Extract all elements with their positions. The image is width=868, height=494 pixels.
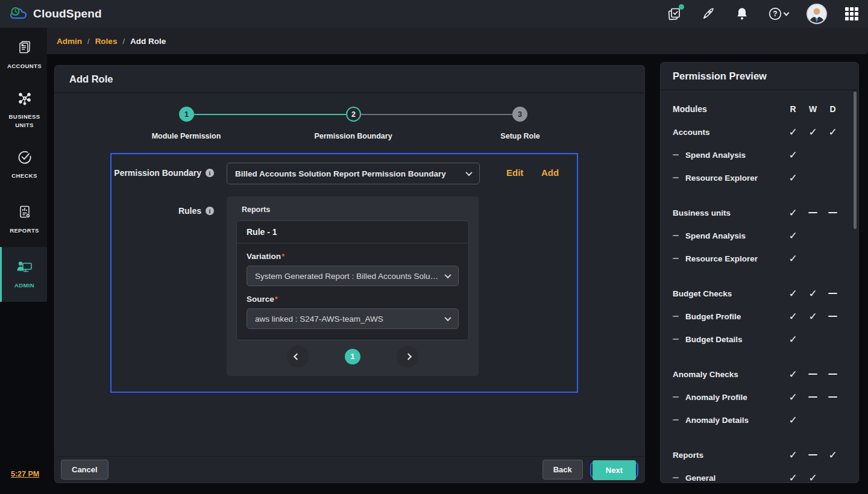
breadcrumb-current: Add Role bbox=[130, 37, 166, 46]
source-select[interactable]: aws linked : S247-AWS-team_AWS bbox=[247, 308, 459, 329]
permission-boundary-label: Permission Boundary i bbox=[112, 168, 214, 178]
permission-row: Budget Details✓ bbox=[673, 328, 843, 351]
sidebar-nav: ACCOUNTS BUSINESS UNITS CHECKS bbox=[0, 28, 47, 302]
sidebar-item-reports[interactable]: REPORTS bbox=[0, 192, 47, 247]
stepper-connector-todo bbox=[361, 114, 512, 115]
read-column-header: R bbox=[783, 104, 803, 114]
permission-row: Anomaly Profile✓ bbox=[673, 386, 843, 408]
apps-grid-icon[interactable] bbox=[845, 7, 858, 20]
check-icon: ✓ bbox=[783, 449, 803, 461]
dash-icon bbox=[828, 374, 837, 375]
edit-link[interactable]: Edit bbox=[506, 167, 523, 178]
check-icon: ✓ bbox=[823, 449, 843, 461]
notification-dot bbox=[679, 4, 684, 10]
page-number[interactable]: 1 bbox=[345, 349, 360, 364]
rules-card: Reports Rule - 1 Variation* System Gener… bbox=[227, 196, 479, 376]
sidebar-item-label: ACCOUNTS bbox=[4, 62, 45, 70]
chevron-down-icon bbox=[444, 272, 451, 278]
next-button[interactable]: Next bbox=[593, 460, 636, 480]
permission-row: Budget Checks✓✓ bbox=[673, 282, 843, 305]
check-icon: ✓ bbox=[783, 126, 803, 139]
check-icon: ✓ bbox=[823, 126, 843, 139]
variation-label: Variation* bbox=[247, 252, 459, 261]
user-avatar[interactable] bbox=[807, 4, 827, 24]
permission-row: Spend Analysis✓ bbox=[673, 224, 843, 247]
sidebar-item-accounts[interactable]: ACCOUNTS bbox=[0, 28, 47, 83]
step-3-circle[interactable]: 3 bbox=[512, 107, 527, 122]
permission-row: Resource Explorer✓ bbox=[673, 247, 843, 270]
sidebar-item-admin[interactable]: ADMIN bbox=[0, 247, 47, 302]
dash-cell bbox=[803, 454, 823, 456]
sidebar-item-checks[interactable]: CHECKS bbox=[0, 137, 47, 192]
permission-boundary-section: Permission Boundary i Billed Accounts So… bbox=[110, 153, 578, 393]
add-link[interactable]: Add bbox=[541, 167, 559, 178]
permission-row: Business units✓ bbox=[673, 201, 843, 224]
dash-icon bbox=[828, 212, 837, 214]
sub-item-dash-icon bbox=[673, 339, 679, 340]
dash-cell bbox=[823, 374, 843, 375]
bell-icon[interactable] bbox=[734, 6, 750, 22]
cloudspend-logo-icon bbox=[10, 6, 28, 22]
breadcrumb-admin[interactable]: Admin bbox=[57, 37, 82, 46]
info-icon[interactable]: i bbox=[206, 207, 214, 215]
dash-cell bbox=[803, 374, 823, 375]
sidebar-item-business-units[interactable]: BUSINESS UNITS bbox=[0, 83, 47, 137]
permission-row-label: Resource Explorer bbox=[673, 174, 783, 183]
dash-icon bbox=[808, 212, 817, 214]
sub-item-dash-icon bbox=[673, 316, 679, 317]
step-1-circle[interactable]: 1 bbox=[179, 107, 194, 122]
sidebar-item-label: ADMIN bbox=[4, 281, 45, 290]
sub-item-dash-icon bbox=[673, 396, 679, 398]
cancel-button[interactable]: Cancel bbox=[61, 460, 108, 480]
check-icon: ✓ bbox=[803, 287, 823, 300]
scrollbar-thumb[interactable] bbox=[854, 92, 857, 229]
check-icon: ✓ bbox=[803, 126, 823, 139]
dash-cell bbox=[823, 396, 843, 398]
next-page-button[interactable] bbox=[397, 346, 418, 367]
top-navbar: CloudSpend ? bbox=[0, 0, 868, 28]
source-value: aws linked : S247-AWS-team_AWS bbox=[255, 314, 383, 324]
check-icon: ✓ bbox=[783, 207, 803, 219]
previous-page-button[interactable] bbox=[287, 346, 309, 367]
source-label: Source* bbox=[247, 295, 459, 304]
permission-preview-panel: Permission Preview Modules R W D Account… bbox=[660, 62, 859, 483]
back-button[interactable]: Back bbox=[542, 460, 583, 480]
rules-label: Rules i bbox=[112, 206, 214, 216]
permission-row-label: Accounts bbox=[673, 128, 783, 137]
modules-column-header: Modules bbox=[673, 104, 783, 114]
permission-row: Spend Analysis✓ bbox=[673, 143, 843, 166]
dash-cell bbox=[823, 293, 843, 295]
sub-item-dash-icon bbox=[673, 177, 679, 179]
breadcrumb-roles[interactable]: Roles bbox=[95, 37, 118, 46]
permission-boundary-select[interactable]: Billed Accounts Solution Report Permissi… bbox=[227, 163, 480, 184]
dash-icon bbox=[808, 374, 817, 375]
brand: CloudSpend bbox=[10, 6, 102, 22]
info-icon[interactable]: i bbox=[206, 169, 214, 177]
rule-card: Rule - 1 Variation* System Generated Rep… bbox=[236, 220, 469, 340]
permission-group: Budget Checks✓✓Budget Profile✓✓Budget De… bbox=[673, 282, 843, 351]
tasks-icon[interactable] bbox=[667, 6, 682, 22]
check-icon: ✓ bbox=[783, 149, 803, 161]
chevron-right-icon bbox=[405, 353, 412, 360]
help-menu[interactable]: ? bbox=[768, 7, 788, 21]
dash-cell bbox=[803, 396, 823, 398]
stepper-connector-done bbox=[194, 114, 346, 115]
timestamp-link[interactable]: 5:27 PM bbox=[11, 470, 39, 478]
sub-item-dash-icon bbox=[673, 154, 679, 156]
permission-row: General✓✓ bbox=[673, 466, 843, 483]
sidebar-item-label: CHECKS bbox=[4, 172, 45, 180]
brand-name: CloudSpend bbox=[33, 7, 102, 20]
whats-new-rocket-icon[interactable] bbox=[700, 6, 716, 22]
permission-row-label: General bbox=[673, 474, 783, 483]
permission-row: Anomaly Details✓ bbox=[673, 408, 843, 431]
step-2-circle[interactable]: 2 bbox=[346, 107, 361, 122]
sidebar-item-label: BUSINESS UNITS bbox=[4, 113, 45, 130]
dash-cell bbox=[803, 212, 823, 214]
chevron-down-icon bbox=[465, 169, 472, 176]
permission-boundary-value: Billed Accounts Solution Report Permissi… bbox=[235, 169, 446, 178]
step-2-label: Permission Boundary bbox=[299, 132, 407, 140]
dash-cell bbox=[823, 212, 843, 214]
check-icon: ✓ bbox=[783, 287, 803, 300]
checks-icon bbox=[17, 149, 33, 167]
variation-select[interactable]: System Generated Report : Billed Account… bbox=[247, 266, 459, 286]
